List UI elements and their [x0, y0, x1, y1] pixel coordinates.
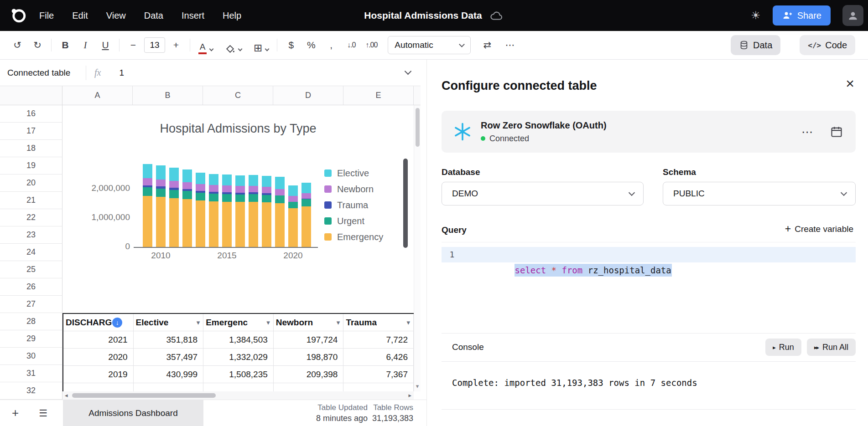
filter-chevron-icon[interactable]: ▾ [266, 318, 270, 327]
legend-item-urgent[interactable]: Urgent [324, 216, 383, 226]
legend-item-emergency[interactable]: Emergency [324, 232, 383, 242]
app-logo-icon[interactable] [10, 7, 27, 24]
menu-help[interactable]: Help [223, 10, 241, 21]
select-all-corner[interactable] [0, 86, 62, 105]
close-panel-icon[interactable]: × [846, 76, 854, 91]
run-all-button[interactable]: ▸▸ Run All [807, 339, 856, 356]
table-cell[interactable]: 430,999 [134, 366, 204, 383]
table-cell[interactable]: 2020 [63, 349, 134, 366]
menu-data[interactable]: Data [144, 10, 163, 21]
schedule-calendar-icon[interactable] [830, 125, 843, 138]
table-header-trauma[interactable]: Trauma▾ [343, 314, 414, 331]
table-cell[interactable]: 351,818 [134, 331, 204, 349]
italic-button[interactable]: I [77, 36, 94, 54]
legend-item-trauma[interactable]: Trauma [324, 200, 383, 210]
swap-columns-button[interactable]: ⇄ [479, 36, 495, 54]
undo-button[interactable]: ↺ [9, 36, 26, 54]
schema-select[interactable]: PUBLIC [663, 182, 856, 205]
row-header-23[interactable]: 23 [0, 226, 62, 244]
row-header-26[interactable]: 26 [0, 278, 62, 296]
redo-button[interactable]: ↻ [29, 36, 46, 54]
row-header-32[interactable]: 32 [0, 382, 62, 400]
sort-desc-icon[interactable]: ↓ [112, 318, 122, 328]
row-header-21[interactable]: 21 [0, 192, 62, 209]
comma-format-button[interactable]: , [323, 36, 339, 54]
filter-chevron-icon[interactable]: ▾ [337, 318, 340, 327]
menu-file[interactable]: File [39, 10, 54, 21]
legend-item-elective[interactable]: Elective [324, 168, 383, 178]
menu-view[interactable]: View [106, 10, 126, 21]
increase-font-button[interactable]: + [168, 36, 184, 54]
row-header-25[interactable]: 25 [0, 261, 62, 278]
column-header-e[interactable]: E [343, 86, 414, 105]
column-header-c[interactable]: C [203, 86, 273, 105]
vertical-scrollbar-thumb[interactable] [416, 108, 420, 147]
row-header-31[interactable]: 31 [0, 365, 62, 382]
query-editor[interactable]: 1 select * from rz_hospital_data [442, 242, 856, 333]
row-header-19[interactable]: 19 [0, 157, 62, 175]
formula-expand-chevron-icon[interactable] [405, 68, 412, 75]
row-header-20[interactable]: 20 [0, 175, 62, 192]
row-header-18[interactable]: 18 [0, 140, 62, 157]
query-text[interactable]: select * from rz_hospital_data [473, 247, 672, 262]
row-header-17[interactable]: 17 [0, 123, 62, 140]
table-cell[interactable]: 7,722 [343, 331, 414, 349]
number-format-select[interactable]: Automatic [388, 36, 471, 54]
table-cell[interactable]: 2019 [63, 366, 134, 383]
create-variable-button[interactable]: + Create variable [785, 224, 853, 234]
row-header-27[interactable]: 27 [0, 296, 62, 313]
bold-button[interactable]: B [57, 36, 73, 54]
fill-color-button[interactable] [222, 36, 244, 54]
column-header-d[interactable]: D [273, 86, 343, 105]
row-header-16[interactable]: 16 [0, 105, 62, 123]
table-cell[interactable]: 2021 [63, 331, 134, 349]
row-header-28[interactable]: 28 [0, 313, 62, 330]
menu-insert[interactable]: Insert [182, 10, 204, 21]
table-cell[interactable]: 209,398 [274, 366, 344, 383]
table-cell[interactable]: 197,724 [274, 331, 344, 349]
horizontal-scrollbar-thumb[interactable] [72, 393, 216, 398]
add-sheet-button[interactable]: + [12, 406, 19, 420]
text-color-button[interactable]: A [196, 36, 216, 54]
sheet-tab-admissions-dashboard[interactable]: Admissions Dashboard [63, 400, 203, 426]
run-button[interactable]: ▸ Run [765, 339, 801, 356]
chart-overlay[interactable]: Hospital Admissions by Type 01,000,0002,… [62, 105, 414, 313]
formula-input[interactable]: 1 [119, 68, 124, 78]
table-cell[interactable]: 1,384,503 [203, 331, 274, 349]
underline-button[interactable]: U [97, 36, 114, 54]
row-header-30[interactable]: 30 [0, 348, 62, 365]
table-header-elective[interactable]: Elective▾ [134, 314, 204, 331]
table-cell[interactable]: 357,497 [134, 349, 204, 366]
column-header-b[interactable]: B [133, 86, 203, 105]
data-panel-button[interactable]: Data [731, 35, 780, 55]
decrease-decimal-button[interactable]: ↓.0 [343, 36, 359, 54]
table-cell[interactable]: 1,508,235 [203, 366, 274, 383]
percent-format-button[interactable]: % [303, 36, 319, 54]
row-header-24[interactable]: 24 [0, 244, 62, 261]
vertical-scrollbar[interactable]: ▾ [414, 105, 421, 391]
connected-table[interactable]: DISCHARG↓Elective▾Emergenc▾Newborn▾Traum… [62, 313, 414, 400]
menu-edit[interactable]: Edit [72, 10, 88, 21]
table-header-newborn[interactable]: Newborn▾ [274, 314, 344, 331]
chart-scrollbar-thumb[interactable] [403, 159, 408, 248]
horizontal-scrollbar[interactable]: ◂ ▸ [62, 391, 414, 400]
table-header-emergenc[interactable]: Emergenc▾ [203, 314, 274, 331]
scroll-down-icon[interactable]: ▾ [414, 383, 421, 390]
row-header-29[interactable]: 29 [0, 330, 62, 348]
share-button[interactable]: Share [773, 5, 831, 26]
font-size-input[interactable]: 13 [144, 37, 165, 53]
table-header-discharg[interactable]: DISCHARG↓ [63, 314, 134, 331]
more-options-button[interactable]: ⋯ [502, 36, 518, 54]
filter-chevron-icon[interactable]: ▾ [406, 318, 410, 327]
column-header-a[interactable]: A [62, 86, 133, 105]
table-cell[interactable]: 7,367 [343, 366, 414, 383]
table-cell[interactable]: 198,870 [274, 349, 344, 366]
sheet-list-button[interactable]: ☰ [39, 408, 47, 419]
row-header-22[interactable]: 22 [0, 209, 62, 226]
legend-item-newborn[interactable]: Newborn [324, 184, 383, 194]
account-avatar[interactable] [842, 5, 863, 26]
scroll-left-icon[interactable]: ◂ [65, 392, 68, 399]
name-box[interactable]: Connected table [7, 68, 86, 78]
decrease-font-button[interactable]: − [125, 36, 141, 54]
increase-decimal-button[interactable]: ↑.00 [363, 36, 379, 54]
